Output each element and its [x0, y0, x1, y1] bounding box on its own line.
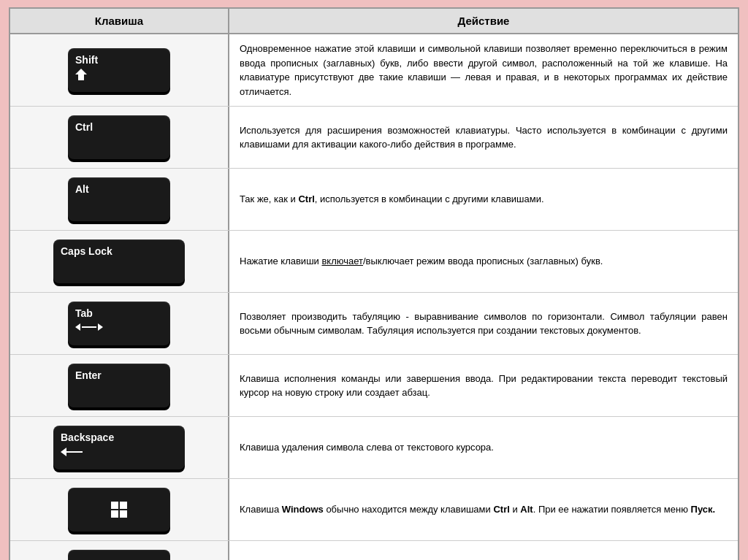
cell-action-win: Клавиша Windows обычно находится между к…	[229, 479, 738, 540]
backspace-icon	[61, 448, 83, 456]
table-row: Tab Позволяет производить табуляцию - вы…	[10, 293, 738, 355]
cell-key-win	[10, 479, 229, 540]
table-row: Alt Так же, как и Ctrl, используется в к…	[10, 169, 738, 231]
key-label: Tab	[75, 307, 93, 319]
windows-icon	[111, 502, 127, 518]
cell-action-alt: Так же, как и Ctrl, используется в комби…	[229, 169, 738, 230]
key-capslock: Caps Lock	[53, 239, 185, 283]
key-alt: Alt	[68, 177, 170, 221]
key-label: Alt	[75, 183, 89, 195]
bold-windows: Windows	[282, 504, 324, 515]
cell-action-shift: Одновременное нажатие этой клавиши и сим…	[229, 34, 738, 106]
action-text: Клавиша удаления символа слева от тексто…	[240, 440, 494, 455]
key-win	[68, 488, 170, 532]
bold-ctrl: Ctrl	[298, 193, 314, 204]
key-tab: Tab	[68, 302, 170, 345]
underline-text: включает	[321, 256, 363, 266]
action-text: Позволяет производить табуляцию - выравн…	[240, 310, 728, 338]
table-header: Клавиша Действие	[10, 9, 738, 34]
key-shift: Shift	[68, 48, 170, 92]
tab-icon	[75, 323, 103, 331]
key-ctrl: Ctrl	[68, 115, 170, 159]
table-row: Клавиша Windows обычно находится между к…	[10, 479, 738, 541]
action-text: Клавиша исполнения команды или завершени…	[240, 372, 728, 400]
key-label: Ctrl	[75, 121, 93, 133]
table-row: Клавиша вызывает контекстное меню объект…	[10, 541, 738, 560]
cell-action-capslock: Нажатие клавиши включает/выключает режим…	[229, 231, 738, 292]
action-text: Так же, как и Ctrl, используется в комби…	[240, 192, 544, 207]
key-label: Backspace	[61, 431, 114, 443]
table-row: Caps Lock Нажатие клавиши включает/выклю…	[10, 231, 738, 293]
table-row: Ctrl Используется для расширения возможн…	[10, 107, 738, 169]
cell-key-backspace: Backspace	[10, 417, 229, 478]
table-row: Shift Одновременное нажатие этой клавиши…	[10, 34, 738, 107]
cell-key-menu	[10, 541, 229, 560]
bold-pusk: Пуск.	[691, 504, 716, 515]
key-menu	[68, 550, 170, 560]
cell-action-ctrl: Используется для расширения возможностей…	[229, 107, 738, 168]
key-backspace: Backspace	[53, 426, 185, 469]
cell-key-enter: Enter	[10, 355, 229, 416]
cell-key-ctrl: Ctrl	[10, 107, 229, 168]
keyboard-table: Клавиша Действие Shift Одновременное наж…	[9, 7, 739, 560]
cell-action-tab: Позволяет производить табуляцию - выравн…	[229, 293, 738, 354]
bold-alt: Alt	[520, 504, 533, 515]
cell-key-capslock: Caps Lock	[10, 231, 229, 292]
key-label: Caps Lock	[61, 245, 112, 257]
cell-key-tab: Tab	[10, 293, 229, 354]
action-text: Клавиша Windows обычно находится между к…	[240, 502, 715, 517]
bold-ctrl2: Ctrl	[493, 504, 509, 515]
cell-key-shift: Shift	[10, 34, 229, 106]
cell-action-menu: Клавиша вызывает контекстное меню объект…	[229, 541, 738, 560]
table-row: Enter Клавиша исполнения команды или зав…	[10, 355, 738, 417]
action-text: Одновременное нажатие этой клавиши и сим…	[240, 42, 728, 99]
header-action: Действие	[229, 9, 738, 33]
key-enter: Enter	[68, 364, 170, 407]
key-label: Enter	[75, 369, 102, 381]
shift-icon	[75, 69, 87, 80]
cell-key-alt: Alt	[10, 169, 229, 230]
cell-action-backspace: Клавиша удаления символа слева от тексто…	[229, 417, 738, 478]
action-text: Нажатие клавиши включает/выключает режим…	[240, 254, 603, 269]
header-key: Клавиша	[10, 9, 229, 33]
action-text: Используется для расширения возможностей…	[240, 123, 728, 152]
table-row: Backspace Клавиша удаления символа слева…	[10, 417, 738, 479]
cell-action-enter: Клавиша исполнения команды или завершени…	[229, 355, 738, 416]
key-label: Shift	[75, 54, 98, 66]
